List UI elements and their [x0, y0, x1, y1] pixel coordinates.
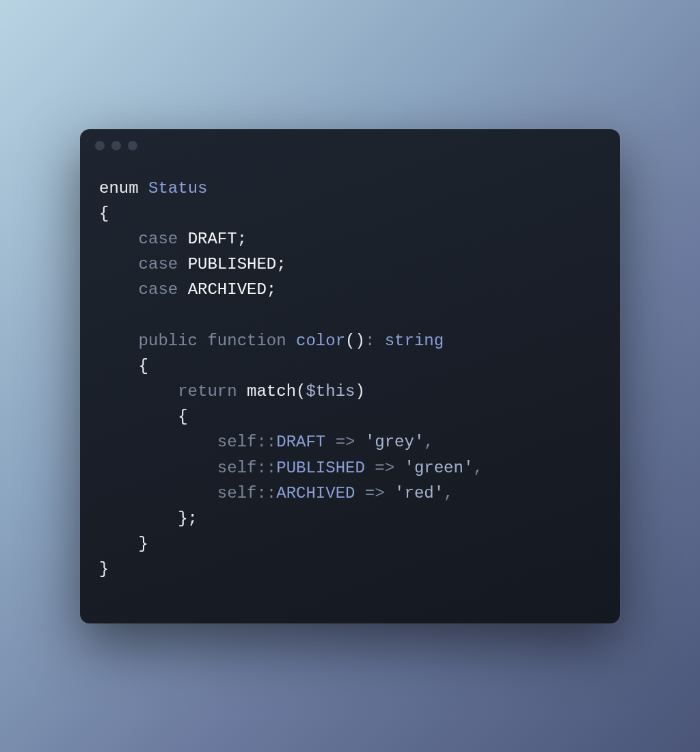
case-draft: DRAFT	[188, 230, 237, 248]
paren-close: )	[355, 332, 364, 350]
brace-open: {	[178, 407, 187, 426]
const-archived: ARCHIVED	[276, 484, 355, 502]
keyword-case: case	[139, 280, 178, 299]
type-name: Status	[148, 179, 207, 198]
comma: ,	[424, 433, 433, 451]
brace-open: {	[139, 357, 148, 375]
scope-operator: ::	[256, 433, 276, 451]
const-draft: DRAFT	[276, 433, 325, 451]
paren-open: (	[345, 332, 355, 350]
keyword-public: public	[139, 332, 198, 350]
colon: :	[365, 332, 375, 350]
keyword-self: self	[217, 484, 257, 502]
brace-close: }	[99, 560, 109, 578]
function-name: color	[296, 332, 345, 350]
variable-this: $this	[306, 382, 355, 401]
maximize-icon[interactable]	[128, 141, 137, 150]
brace-close-semi: };	[178, 509, 198, 528]
keyword-match: match	[247, 382, 296, 401]
code-content: enum Status { case DRAFT; case PUBLISHED…	[80, 162, 620, 623]
keyword-case: case	[139, 255, 178, 273]
const-published: PUBLISHED	[276, 459, 365, 477]
keyword-function: function	[207, 332, 286, 350]
paren-open: (	[296, 382, 306, 401]
brace-open: {	[99, 204, 109, 223]
return-type: string	[385, 332, 444, 350]
arrow: =>	[355, 484, 394, 502]
scope-operator: ::	[256, 459, 276, 477]
keyword-self: self	[217, 459, 257, 477]
arrow: =>	[365, 459, 405, 477]
brace-close: }	[139, 535, 148, 553]
scope-operator: ::	[256, 484, 276, 502]
string-green: 'green'	[404, 459, 473, 477]
paren-close: )	[355, 382, 364, 401]
code-window: enum Status { case DRAFT; case PUBLISHED…	[80, 129, 620, 623]
close-icon[interactable]	[95, 141, 105, 150]
keyword-self: self	[217, 433, 257, 451]
semicolon: ;	[237, 230, 247, 248]
case-published: PUBLISHED	[188, 255, 277, 273]
comma: ,	[473, 459, 483, 477]
semicolon: ;	[276, 255, 286, 273]
case-archived: ARCHIVED	[188, 280, 267, 299]
string-red: 'red'	[394, 484, 444, 502]
keyword-enum: enum	[99, 179, 139, 198]
arrow: =>	[325, 433, 365, 451]
string-grey: 'grey'	[365, 433, 424, 451]
semicolon: ;	[267, 280, 276, 299]
keyword-case: case	[139, 230, 178, 248]
window-titlebar	[80, 129, 620, 162]
comma: ,	[444, 484, 453, 502]
keyword-return: return	[178, 382, 237, 401]
minimize-icon[interactable]	[111, 141, 121, 150]
